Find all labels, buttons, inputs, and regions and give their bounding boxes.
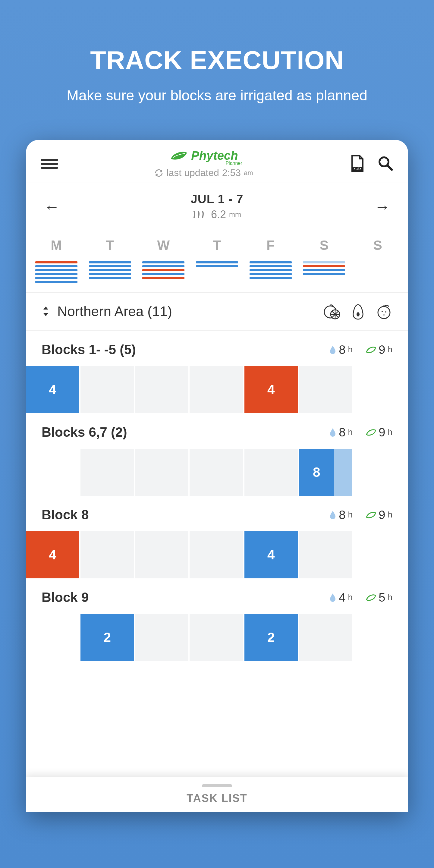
block-metrics: 8h9h — [329, 426, 393, 439]
block-cell[interactable] — [299, 366, 353, 413]
day-bars — [246, 261, 295, 279]
block-cell[interactable] — [244, 449, 299, 496]
water-drop-icon — [329, 593, 336, 602]
leaf-small-icon — [366, 346, 376, 353]
prev-week-arrow[interactable]: ← — [44, 198, 60, 216]
cell-extra — [334, 449, 352, 496]
search-icon[interactable] — [377, 155, 393, 172]
svg-point-6 — [356, 312, 360, 316]
summary-bar — [35, 277, 78, 279]
block-header[interactable]: Blocks 1- -5 (5)8h9h — [26, 331, 408, 366]
day-bars — [139, 261, 188, 279]
day-column[interactable]: T — [86, 238, 134, 283]
cell-value: 8 — [299, 449, 334, 496]
hamburger-icon[interactable] — [41, 157, 58, 170]
block-metrics: 4h5h — [329, 591, 393, 604]
day-column[interactable]: F — [246, 238, 295, 283]
summary-bar — [35, 265, 78, 267]
promo-subtitle: Make sure your blocks are irrigated as p… — [18, 87, 416, 104]
day-column[interactable]: T — [193, 238, 241, 283]
summary-bar — [89, 273, 131, 275]
area-row[interactable]: Northern Area (11) — [26, 292, 408, 331]
summary-bar — [89, 269, 131, 271]
block-header[interactable]: Block 94h5h — [26, 578, 408, 614]
block-cell[interactable] — [299, 614, 353, 661]
promo-title: TRACK EXECUTION — [18, 45, 416, 75]
summary-bar — [196, 265, 238, 267]
app-frame: Phytech Planner last updated 2:53 am XLS… — [26, 140, 408, 812]
day-bars — [300, 261, 349, 275]
svg-line-3 — [388, 165, 392, 170]
day-label: S — [353, 238, 402, 253]
leaf-metric: 9h — [366, 508, 393, 522]
block-cell — [353, 531, 408, 578]
block-cell — [353, 449, 408, 496]
citrus-icon[interactable] — [324, 303, 341, 320]
block-cell[interactable]: 4 — [26, 366, 81, 413]
summary-bar — [196, 261, 238, 264]
block-cell[interactable] — [190, 531, 244, 578]
avocado-icon[interactable] — [350, 303, 367, 320]
block-cell[interactable] — [135, 449, 190, 496]
block-cell[interactable] — [81, 531, 135, 578]
summary-bar — [35, 269, 78, 271]
day-label: M — [32, 238, 81, 253]
svg-point-9 — [385, 311, 386, 313]
block-cell[interactable] — [81, 366, 135, 413]
block-cell[interactable] — [299, 531, 353, 578]
block-cell[interactable]: 4 — [244, 366, 299, 413]
summary-bar — [35, 261, 78, 264]
evapotranspiration-icon — [193, 210, 208, 219]
svg-point-7 — [378, 307, 390, 318]
summary-bar — [142, 269, 184, 271]
block-cell[interactable]: 8 — [299, 449, 353, 496]
et-line: 6.2 mm — [191, 208, 244, 221]
block-title: Blocks 1- -5 (5) — [41, 342, 136, 357]
summary-bar — [250, 277, 292, 279]
area-name: Northern Area (11) — [57, 303, 172, 319]
promo-header: TRACK EXECUTION Make sure your blocks ar… — [0, 0, 434, 140]
summary-bar — [142, 273, 184, 275]
block-cell[interactable] — [190, 614, 244, 661]
leaf-metric: 9h — [366, 426, 393, 439]
water-metric: 8h — [329, 343, 352, 356]
day-column[interactable]: S — [353, 238, 402, 283]
day-column[interactable]: M — [32, 238, 81, 283]
leaf-small-icon — [366, 511, 376, 518]
refresh-icon — [154, 168, 163, 178]
block-cell[interactable] — [190, 449, 244, 496]
sheet-handle-icon[interactable] — [202, 784, 232, 787]
next-week-arrow[interactable]: → — [374, 198, 390, 216]
block-cell[interactable] — [135, 531, 190, 578]
day-label: T — [193, 238, 241, 253]
day-label: S — [300, 238, 349, 253]
block-cell[interactable] — [81, 449, 135, 496]
export-xlsx-icon[interactable]: XLSX — [350, 155, 365, 172]
logo-area: Phytech Planner last updated 2:53 am — [58, 149, 350, 179]
block-cell[interactable]: 4 — [26, 531, 81, 578]
summary-bar — [35, 281, 78, 283]
block-cell[interactable] — [135, 614, 190, 661]
water-drop-icon — [329, 428, 336, 437]
last-updated-time: 2:53 — [222, 167, 241, 179]
block-cell — [26, 614, 81, 661]
block-header[interactable]: Block 88h9h — [26, 496, 408, 531]
orange-icon[interactable] — [375, 303, 393, 320]
leaf-metric: 9h — [366, 343, 393, 356]
water-metric: 8h — [329, 426, 352, 439]
block-cell — [353, 614, 408, 661]
leaf-small-icon — [366, 429, 376, 436]
block-cell[interactable]: 2 — [244, 614, 299, 661]
block-cell[interactable]: 4 — [244, 531, 299, 578]
task-list-sheet[interactable]: TASK LIST — [26, 777, 408, 812]
task-list-label: TASK LIST — [26, 792, 408, 805]
leaf-logo-icon — [169, 150, 188, 161]
block-cell[interactable]: 2 — [81, 614, 135, 661]
block-cell[interactable] — [190, 366, 244, 413]
block-section: Block 94h5h22 — [26, 578, 408, 661]
day-column[interactable]: W — [139, 238, 188, 283]
day-column[interactable]: S — [300, 238, 349, 283]
sort-icon[interactable] — [41, 306, 50, 317]
block-header[interactable]: Blocks 6,7 (2)8h9h — [26, 413, 408, 449]
block-cell[interactable] — [135, 366, 190, 413]
